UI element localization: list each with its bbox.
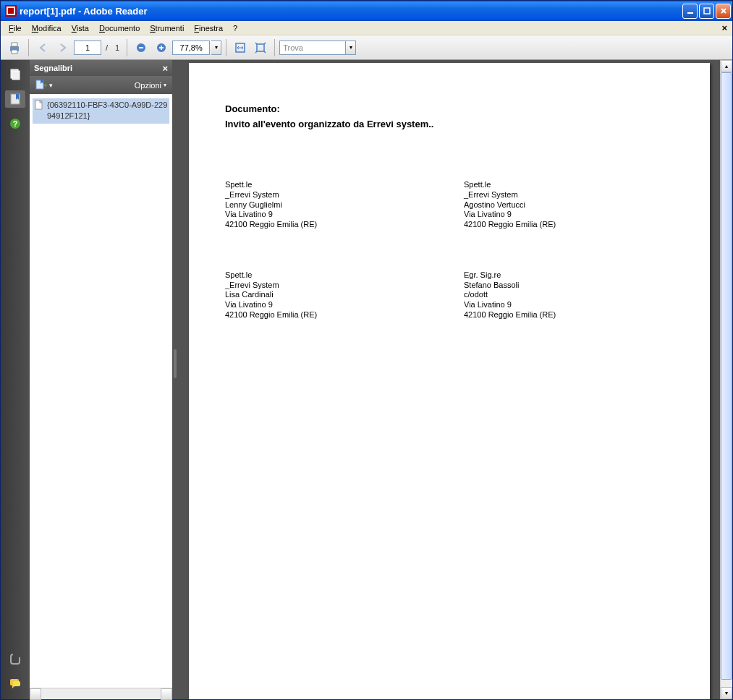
app-icon: [5, 5, 17, 17]
comments-tab[interactable]: [5, 675, 25, 692]
bookmark-item[interactable]: {06392110-FBF3-43C0-A99D-22994912F121}: [33, 98, 169, 124]
bookmarks-tab[interactable]: [5, 90, 25, 108]
bookmarks-close-icon[interactable]: ×: [162, 63, 168, 74]
bookmark-label: {06392110-FBF3-43C0-A99D-22994912F121}: [47, 100, 168, 122]
find-dropdown[interactable]: ▾: [346, 40, 356, 55]
menu-modifica[interactable]: Modifica: [27, 22, 67, 34]
svg-rect-6: [12, 43, 17, 46]
close-button[interactable]: [716, 4, 731, 19]
svg-rect-7: [12, 50, 17, 54]
address-block: Spett.le _Errevi System Agostino Vertucc…: [464, 180, 674, 230]
page-separator: /: [106, 43, 108, 52]
svg-rect-4: [704, 8, 710, 14]
scroll-down-button[interactable]: ▾: [721, 687, 732, 699]
menu-strumenti[interactable]: Strumenti: [145, 22, 189, 34]
new-bookmark-icon[interactable]: [35, 79, 48, 92]
menu-help[interactable]: ?: [228, 22, 242, 34]
window-title: report[1].pdf - Adobe Reader: [20, 6, 682, 17]
bookmarks-header: Segnalibri ×: [30, 60, 172, 76]
address-block: Egr. Sig.re Stefano Bassoli c/odott Via …: [464, 270, 674, 320]
menu-documento[interactable]: Documento: [94, 22, 145, 34]
nav-pane-tabs: ?: [1, 60, 30, 699]
scroll-track[interactable]: [721, 72, 732, 687]
pages-tab[interactable]: [5, 66, 25, 83]
content-area: ? Segnalibri × ▾ Opzioni ▾: [1, 60, 732, 699]
attachments-tab[interactable]: [5, 650, 25, 667]
document-viewport[interactable]: Documento: Invito all'evento organizzato…: [174, 60, 720, 699]
svg-rect-3: [687, 12, 693, 14]
bookmarks-panel: Segnalibri × ▾ Opzioni ▾ {06392110-FBF3-…: [30, 60, 174, 699]
document-area: Documento: Invito all'evento organizzato…: [174, 60, 732, 699]
menu-vista[interactable]: Vista: [67, 22, 94, 34]
next-page-button: [54, 38, 72, 57]
prev-page-button: [33, 38, 52, 57]
svg-rect-2: [8, 8, 14, 14]
page-number-input[interactable]: [74, 40, 101, 55]
address-block: Spett.le _Errevi System Lenny Guglielmi …: [225, 180, 435, 230]
bookmark-page-icon: [34, 100, 44, 111]
doc-heading-label: Documento:: [225, 103, 674, 114]
app-window: report[1].pdf - Adobe Reader File Modifi…: [0, 0, 733, 700]
scroll-up-button[interactable]: ▴: [721, 60, 732, 72]
bookmarks-tree[interactable]: {06392110-FBF3-43C0-A99D-22994912F121}: [30, 94, 172, 688]
print-button[interactable]: [5, 38, 24, 57]
menu-file[interactable]: File: [4, 22, 27, 34]
menubar: File Modifica Vista Documento Strumenti …: [1, 21, 732, 35]
toolbar: / 1 ▾ ▾: [1, 35, 732, 60]
maximize-button[interactable]: [699, 4, 714, 19]
bookmarks-options[interactable]: Opzioni ▾: [135, 81, 166, 90]
svg-rect-12: [161, 46, 162, 50]
panel-resize-handle[interactable]: [174, 349, 177, 378]
zoom-out-button[interactable]: [132, 38, 151, 57]
menu-finestra[interactable]: Finestra: [189, 22, 228, 34]
titlebar[interactable]: report[1].pdf - Adobe Reader: [1, 1, 732, 21]
svg-rect-16: [12, 71, 20, 80]
fit-width-button[interactable]: [231, 38, 250, 57]
find-input[interactable]: [279, 40, 346, 55]
help-tab[interactable]: ?: [5, 115, 25, 132]
menubar-close-icon[interactable]: ×: [719, 22, 729, 33]
address-block: Spett.le _Errevi System Lisa Cardinali V…: [225, 270, 435, 320]
bookmarks-title: Segnalibri: [34, 64, 72, 72]
pdf-page: Documento: Invito all'evento organizzato…: [189, 63, 710, 699]
svg-rect-9: [139, 47, 143, 48]
bookmarks-toolbar: ▾ Opzioni ▾: [30, 76, 172, 94]
minimize-button[interactable]: [682, 4, 698, 19]
vertical-scrollbar[interactable]: ▴ ▾: [720, 60, 732, 699]
bookmark-dd-icon[interactable]: ▾: [49, 82, 53, 89]
fit-page-button[interactable]: [251, 38, 270, 57]
svg-text:?: ?: [13, 119, 18, 128]
page-total: 1: [115, 43, 119, 52]
zoom-input[interactable]: [172, 40, 210, 55]
doc-heading-text: Invito all'evento organizzato da Errevi …: [225, 119, 674, 129]
zoom-dropdown[interactable]: ▾: [211, 40, 221, 55]
svg-rect-21: [13, 681, 20, 686]
bookmarks-hscroll[interactable]: [30, 688, 172, 699]
svg-rect-14: [257, 44, 264, 51]
address-grid: Spett.le _Errevi System Lenny Guglielmi …: [225, 180, 674, 320]
scroll-thumb[interactable]: [721, 72, 732, 680]
zoom-in-button[interactable]: [152, 38, 171, 57]
